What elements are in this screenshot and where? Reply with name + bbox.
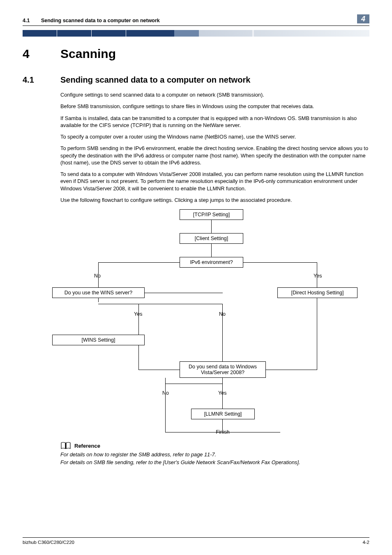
reference-text: For details on how to register the SMB a…: [60, 451, 369, 458]
flowchart-label-no: No: [94, 273, 101, 279]
reference-heading: Reference: [74, 443, 100, 449]
footer-page-num: 4-2: [362, 540, 369, 545]
chapter-num: 4: [23, 47, 60, 61]
paragraph: Use the following flowchart to configure…: [60, 197, 369, 204]
flowchart-step-llmnr[interactable]: [LLMNR Setting]: [191, 409, 255, 419]
body-text-block: Configure settings to send scanned data …: [60, 91, 369, 465]
paragraph: To send data to a computer with Windows …: [60, 171, 369, 192]
flowchart-decision-wins: Do you use the WINS server?: [52, 287, 145, 298]
section-num: 4.1: [23, 75, 60, 85]
paragraph: Configure settings to send scanned data …: [60, 91, 369, 98]
header-section-title: Sending scanned data to a computer on ne…: [41, 18, 160, 23]
flowchart: [TCP/IP Setting] [Client Setting] IPv6 e…: [52, 209, 364, 437]
flowchart-step-direct[interactable]: [Direct Hosting Setting]: [277, 287, 357, 298]
section-heading: 4.1 Sending scanned data to a computer o…: [23, 75, 369, 85]
page-footer: bizhub C360/C280/C220 4-2: [23, 537, 369, 545]
flowchart-label-yes: Yes: [314, 273, 322, 279]
paragraph: To specify a computer over a router usin…: [60, 133, 369, 140]
header-section-num: 4.1: [23, 18, 30, 23]
flowchart-step-tcpip[interactable]: [TCP/IP Setting]: [180, 209, 243, 220]
paragraph: Before SMB transmission, configure setti…: [60, 103, 369, 110]
flowchart-step-wins[interactable]: [WINS Setting]: [52, 335, 145, 345]
reference-text: For details on SMB file sending, refer t…: [60, 459, 369, 465]
running-header-left: 4.1 Sending scanned data to a computer o…: [23, 18, 160, 23]
paragraph: If Samba is installed, data can be trans…: [60, 115, 369, 129]
flowchart-decision-ipv6: IPv6 environment?: [180, 257, 243, 268]
chapter-title: Scanning: [60, 47, 116, 61]
reference-heading-row: Reference: [60, 442, 369, 450]
book-icon: [60, 442, 71, 450]
section-title: Sending scanned data to a computer on ne…: [60, 75, 250, 85]
running-header: 4.1 Sending scanned data to a computer o…: [23, 14, 369, 26]
decorative-stripe: [23, 30, 369, 37]
paragraph: To perform SMB sending in the IPv6 envir…: [60, 145, 369, 166]
footer-model: bizhub C360/C280/C220: [23, 540, 74, 545]
chapter-heading: 4 Scanning: [23, 47, 369, 61]
flowchart-decision-vista: Do you send data to Windows Vista/Server…: [180, 361, 266, 378]
header-corner-badge: 4: [357, 14, 369, 23]
flowchart-step-client[interactable]: [Client Setting]: [180, 233, 243, 244]
